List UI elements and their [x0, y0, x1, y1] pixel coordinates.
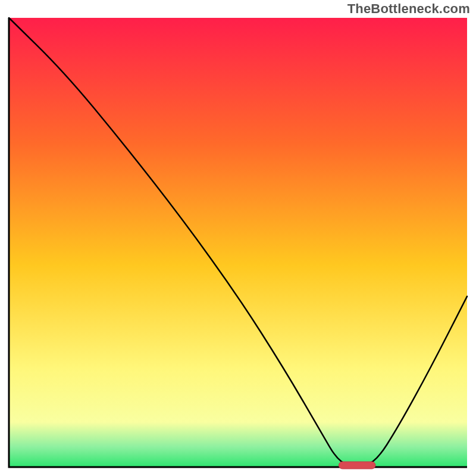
chart-stage: TheBottleneck.com [0, 0, 476, 476]
bottleneck-chart [0, 0, 476, 476]
optimum-marker [339, 462, 375, 469]
plot-background [9, 18, 467, 467]
watermark-text: TheBottleneck.com [347, 1, 470, 17]
